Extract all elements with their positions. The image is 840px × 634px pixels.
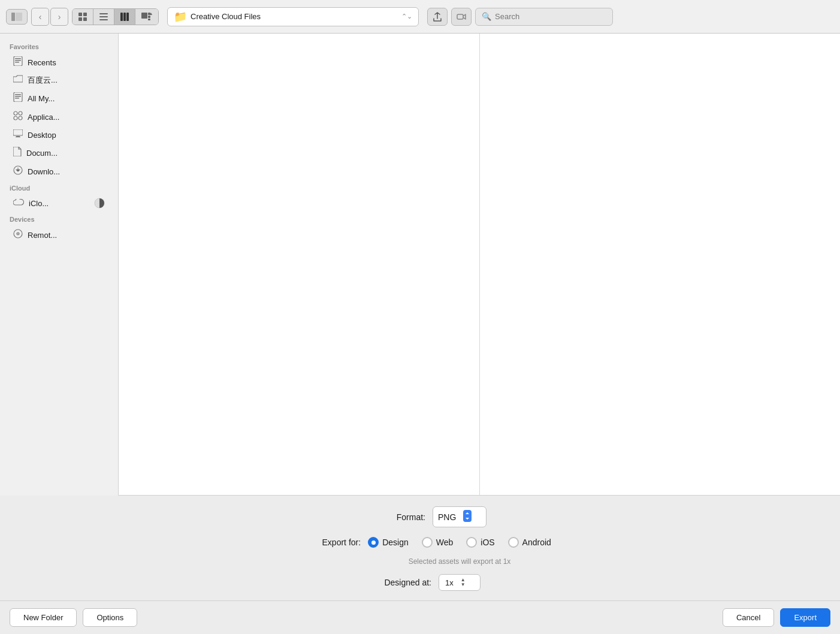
- sidebar-toggle-button[interactable]: [6, 9, 28, 25]
- all-my-icon: [13, 92, 23, 104]
- downloads-label: Downlo...: [28, 167, 60, 176]
- footer-right: Cancel Export: [723, 608, 830, 627]
- new-folder-button[interactable]: New Folder: [10, 608, 77, 627]
- toolbar: ‹ ›: [0, 0, 840, 34]
- svg-rect-17: [457, 14, 463, 19]
- svg-point-36: [17, 233, 19, 234]
- sidebar-item-desktop[interactable]: Desktop: [4, 126, 114, 143]
- favorites-section-label: Favorites: [0, 40, 118, 53]
- designed-at-row: Designed at: 1x ▲ ▼: [12, 574, 828, 591]
- format-select[interactable]: PNG: [433, 506, 487, 527]
- sidebar-item-icloud[interactable]: iClo...: [4, 195, 114, 212]
- svg-point-28: [14, 116, 17, 120]
- remote-disc-icon: [13, 229, 23, 241]
- search-bar[interactable]: 🔍: [475, 8, 613, 26]
- sidebar-item-downloads[interactable]: Downlo...: [4, 162, 114, 180]
- baidu-label: 百度云...: [28, 75, 58, 86]
- search-input[interactable]: [495, 12, 606, 21]
- format-spinner-icon: [463, 510, 472, 524]
- sidebar-item-all-my[interactable]: All My...: [4, 89, 114, 107]
- icloud-icon: [13, 198, 24, 209]
- designed-at-value: 1x: [445, 578, 454, 587]
- svg-rect-1: [16, 13, 22, 21]
- radio-web-label: Web: [436, 538, 454, 547]
- desktop-label: Desktop: [28, 131, 56, 140]
- format-row: Format: PNG: [12, 506, 828, 527]
- all-my-label: All My...: [28, 94, 55, 103]
- export-button[interactable]: Export: [780, 608, 830, 627]
- svg-rect-15: [148, 19, 150, 20]
- recents-icon: [13, 56, 23, 68]
- share-button[interactable]: [427, 8, 448, 26]
- recents-label: Recents: [28, 58, 56, 67]
- svg-rect-30: [13, 129, 23, 135]
- downloads-icon: [13, 165, 23, 177]
- svg-rect-21: [15, 62, 19, 63]
- svg-rect-23: [15, 94, 21, 95]
- radio-web-circle: [422, 537, 433, 548]
- sidebar-item-baidu[interactable]: 百度云...: [4, 72, 114, 89]
- radio-web[interactable]: Web: [422, 537, 454, 548]
- radio-android[interactable]: Android: [508, 537, 551, 548]
- svg-rect-0: [11, 13, 15, 21]
- export-hint-text: Selected assets will export at 1x: [91, 557, 828, 566]
- svg-rect-25: [15, 98, 19, 99]
- svg-rect-9: [120, 13, 123, 21]
- radio-design-circle: [368, 537, 379, 548]
- svg-rect-11: [126, 13, 129, 21]
- svg-rect-10: [123, 13, 126, 21]
- svg-point-29: [19, 116, 22, 120]
- svg-rect-19: [15, 58, 21, 59]
- radio-ios[interactable]: iOS: [466, 537, 494, 548]
- svg-rect-8: [99, 19, 108, 20]
- icloud-section-label: iCloud: [0, 181, 118, 194]
- view-icon-grid-button[interactable]: [72, 9, 93, 25]
- radio-ios-circle: [466, 537, 477, 548]
- svg-rect-4: [78, 17, 82, 21]
- applications-icon: [13, 111, 23, 123]
- sidebar: Favorites Recents 百度云...: [0, 34, 119, 496]
- sidebar-item-remote-disc[interactable]: Remot...: [4, 226, 114, 244]
- location-bar[interactable]: 📁 Creative Cloud Files ⌃⌄: [167, 7, 419, 26]
- view-list-button[interactable]: [93, 9, 114, 25]
- view-gallery-button[interactable]: [135, 9, 158, 25]
- svg-rect-7: [99, 16, 108, 17]
- view-columns-button[interactable]: [114, 9, 135, 25]
- svg-rect-22: [14, 92, 22, 102]
- format-label: Format:: [353, 512, 425, 522]
- baidu-folder-icon: [13, 75, 23, 86]
- designed-at-stepper[interactable]: 1x ▲ ▼: [439, 574, 481, 591]
- export-radio-group: Design Web iOS Android: [368, 537, 551, 548]
- options-button[interactable]: Options: [83, 608, 137, 627]
- svg-rect-2: [78, 13, 82, 16]
- documents-label: Docum...: [26, 149, 58, 158]
- svg-rect-24: [15, 96, 21, 97]
- radio-android-circle: [508, 537, 519, 548]
- back-button[interactable]: ‹: [31, 8, 49, 26]
- radio-design[interactable]: Design: [368, 537, 409, 548]
- file-pane-left: [119, 34, 480, 495]
- designed-at-label: Designed at:: [359, 578, 431, 587]
- icloud-label: iClo...: [29, 199, 49, 208]
- file-pane-right: [480, 34, 841, 495]
- bottom-panel: Format: PNG Export for: Design: [0, 496, 840, 600]
- search-icon: 🔍: [482, 12, 491, 21]
- svg-rect-14: [148, 16, 150, 18]
- forward-button[interactable]: ›: [50, 8, 68, 26]
- sidebar-item-recents[interactable]: Recents: [4, 53, 114, 71]
- radio-android-label: Android: [522, 538, 551, 547]
- svg-rect-37: [463, 510, 472, 522]
- format-value: PNG: [438, 512, 456, 522]
- cancel-button[interactable]: Cancel: [723, 608, 774, 627]
- tag-button[interactable]: [451, 8, 472, 26]
- svg-rect-6: [99, 13, 108, 14]
- export-for-label: Export for:: [289, 538, 361, 547]
- location-text: Creative Cloud Files: [191, 12, 398, 21]
- chevron-updown-icon: ⌃⌄: [401, 13, 412, 20]
- svg-rect-5: [83, 17, 87, 21]
- sidebar-item-documents[interactable]: Docum...: [4, 144, 114, 162]
- nav-buttons: ‹ ›: [31, 8, 68, 26]
- folder-icon: 📁: [174, 10, 187, 23]
- footer-left: New Folder Options: [10, 608, 137, 627]
- sidebar-item-applications[interactable]: Applica...: [4, 108, 114, 126]
